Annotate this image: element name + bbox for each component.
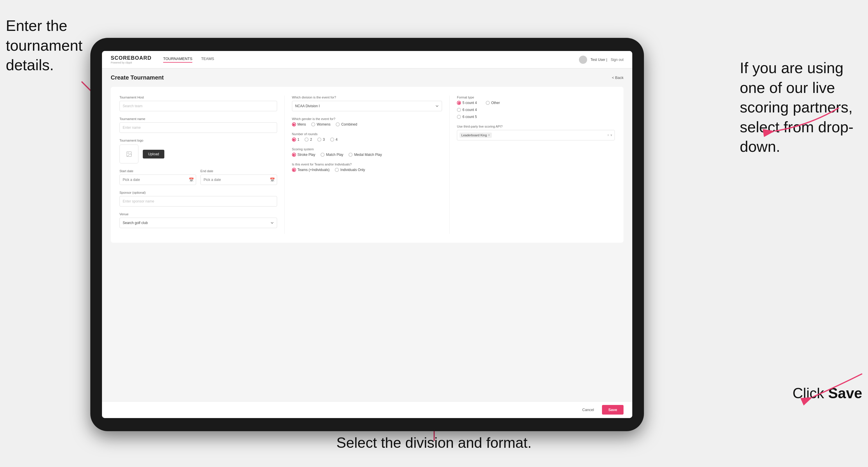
logo-placeholder xyxy=(120,145,138,163)
format-other: Other xyxy=(486,101,500,119)
gender-combined-radio[interactable] xyxy=(336,122,340,126)
navbar-logo-sub: Powered by clippit xyxy=(111,61,152,64)
format-main-options: 5 count 4 6 count 4 6 count 5 xyxy=(457,101,477,119)
event-teams[interactable]: Teams (+Individuals) xyxy=(292,168,330,172)
event-for-group: Is this event for Teams and/or Individua… xyxy=(292,162,442,172)
page-title: Create Tournament xyxy=(111,74,164,81)
rounds-2-radio[interactable] xyxy=(305,137,309,142)
rounds-3-radio[interactable] xyxy=(317,137,321,142)
venue-group: Venue Search golf club xyxy=(120,212,277,228)
scoring-stroke[interactable]: Stroke Play xyxy=(292,153,315,157)
gender-womens[interactable]: Womens xyxy=(311,122,331,126)
nav-link-teams[interactable]: TEAMS xyxy=(201,57,214,63)
division-group: Which division is the event for? NCAA Di… xyxy=(292,96,442,111)
end-date-wrap: 📅 xyxy=(200,175,277,185)
format-5count4[interactable]: 5 count 4 xyxy=(457,101,477,105)
tournament-host-group: Tournament Host xyxy=(120,96,277,111)
format-6count5-radio[interactable] xyxy=(457,115,461,119)
navbar-links: TOURNAMENTS TEAMS xyxy=(163,57,579,63)
gender-radio-row: Mens Womens Combined xyxy=(292,122,442,126)
format-other-item[interactable]: Other xyxy=(486,101,500,105)
live-scoring-controls: × ▾ xyxy=(607,133,612,137)
save-button[interactable]: Save xyxy=(602,405,624,414)
end-date-group: End date 📅 xyxy=(200,169,277,185)
scoring-medal-radio[interactable] xyxy=(348,153,352,157)
gender-combined[interactable]: Combined xyxy=(336,122,357,126)
start-date-group: Start date 📅 xyxy=(120,169,196,185)
tablet: SCOREBOARD Powered by clippit TOURNAMENT… xyxy=(90,38,644,431)
end-date-input[interactable] xyxy=(200,175,277,185)
sponsor-label: Sponsor (optional) xyxy=(120,191,277,194)
annotation-bottom-right: Click Save xyxy=(793,384,862,403)
navbar-logo: SCOREBOARD Powered by clippit xyxy=(111,55,152,64)
event-for-label: Is this event for Teams and/or Individua… xyxy=(292,162,442,166)
sponsor-input[interactable] xyxy=(120,196,277,207)
scoring-match-radio[interactable] xyxy=(320,153,324,157)
event-teams-radio[interactable] xyxy=(292,168,296,172)
form-column-1: Tournament Host Tournament name Tourname… xyxy=(120,96,285,234)
format-5count4-radio[interactable] xyxy=(457,101,461,105)
form-column-2: Which division is the event for? NCAA Di… xyxy=(285,96,450,234)
format-6count4[interactable]: 6 count 4 xyxy=(457,108,477,112)
division-select[interactable]: NCAA Division I xyxy=(292,101,442,111)
cancel-button[interactable]: Cancel xyxy=(578,405,598,414)
event-individuals-radio[interactable] xyxy=(335,168,339,172)
live-scoring-tag: Leaderboard King × xyxy=(460,132,492,138)
nav-link-tournaments[interactable]: TOURNAMENTS xyxy=(163,57,192,63)
rounds-4[interactable]: 4 xyxy=(330,137,338,142)
tournament-logo-label: Tournament logo xyxy=(120,139,277,142)
venue-select[interactable]: Search golf club xyxy=(120,218,277,228)
live-scoring-group: Use third-party live scoring API? Leader… xyxy=(457,125,615,141)
rounds-group: Number of rounds 1 2 xyxy=(292,132,442,142)
upload-button[interactable]: Upload xyxy=(143,150,164,158)
tournament-host-input[interactable] xyxy=(120,101,277,111)
rounds-4-radio[interactable] xyxy=(330,137,334,142)
scoring-stroke-radio[interactable] xyxy=(292,153,296,157)
tournament-host-label: Tournament Host xyxy=(120,96,277,99)
sponsor-group: Sponsor (optional) xyxy=(120,191,277,207)
scoring-radio-row: Stroke Play Match Play Medal Match Play xyxy=(292,153,442,157)
gender-mens-radio[interactable] xyxy=(292,122,296,126)
end-date-label: End date xyxy=(200,169,277,173)
navbar-signout[interactable]: Sign out xyxy=(611,58,624,62)
start-date-wrap: 📅 xyxy=(120,175,196,185)
tournament-logo-group: Tournament logo Upload xyxy=(120,139,277,163)
gender-label: Which gender is the event for? xyxy=(292,117,442,121)
format-type-group: Format type 5 count 4 6 count 4 xyxy=(457,96,615,119)
format-6count5[interactable]: 6 count 5 xyxy=(457,115,477,119)
back-button[interactable]: Back xyxy=(612,75,624,80)
annotation-top-left: Enter the tournament details. xyxy=(6,16,99,75)
format-options-row: 5 count 4 6 count 4 6 count 5 xyxy=(457,101,615,119)
gender-womens-radio[interactable] xyxy=(311,122,315,126)
start-date-label: Start date xyxy=(120,169,196,173)
start-date-input[interactable] xyxy=(120,175,196,185)
annotation-bottom-center: Select the division and format. xyxy=(337,434,532,453)
logo-upload-area: Upload xyxy=(120,145,277,163)
live-scoring-label: Use third-party live scoring API? xyxy=(457,125,615,128)
form-footer: Cancel Save xyxy=(102,401,632,418)
live-scoring-clear-icon[interactable]: × xyxy=(607,133,609,137)
navbar-user: Test User | xyxy=(591,58,607,62)
scoring-match[interactable]: Match Play xyxy=(320,153,343,157)
annotation-top-right: If you are using one of our live scoring… xyxy=(740,58,862,157)
page-header: Create Tournament Back xyxy=(111,74,624,81)
gender-mens[interactable]: Mens xyxy=(292,122,306,126)
event-for-radio-row: Teams (+Individuals) Individuals Only xyxy=(292,168,442,172)
format-other-radio[interactable] xyxy=(486,101,490,105)
tournament-name-input[interactable] xyxy=(120,122,277,133)
venue-label: Venue xyxy=(120,212,277,216)
gender-group: Which gender is the event for? Mens Wome… xyxy=(292,117,442,126)
format-6count4-radio[interactable] xyxy=(457,108,461,112)
date-group: Start date 📅 End date 📅 xyxy=(120,169,277,185)
live-scoring-dropdown-icon[interactable]: ▾ xyxy=(611,133,612,137)
rounds-1-radio[interactable] xyxy=(292,137,296,142)
rounds-radio-row: 1 2 3 4 xyxy=(292,137,442,142)
event-individuals[interactable]: Individuals Only xyxy=(335,168,365,172)
rounds-1[interactable]: 1 xyxy=(292,137,300,142)
navbar: SCOREBOARD Powered by clippit TOURNAMENT… xyxy=(102,51,632,68)
rounds-3[interactable]: 3 xyxy=(317,137,325,142)
rounds-2[interactable]: 2 xyxy=(305,137,312,142)
live-scoring-input-wrap[interactable]: Leaderboard King × × ▾ xyxy=(457,130,615,141)
scoring-medal[interactable]: Medal Match Play xyxy=(348,153,382,157)
live-scoring-tag-close[interactable]: × xyxy=(488,133,490,137)
